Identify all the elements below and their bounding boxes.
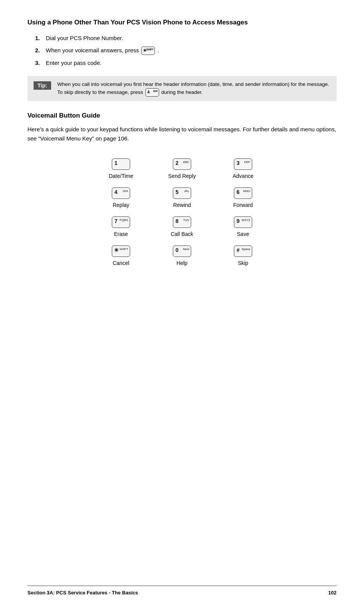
steps-list: 1. Dial your PCS Phone Number. 2. When y… bbox=[35, 34, 337, 68]
key-cell-0: 0 Next Help bbox=[151, 242, 213, 271]
tip-box: Tip: When you call into voicemail you fi… bbox=[27, 76, 337, 101]
step2-key-icon: ✳ SHIFT bbox=[141, 47, 155, 55]
key-cell-hash: # Space Skip bbox=[213, 242, 274, 271]
tip-label: Tip: bbox=[34, 81, 51, 90]
key-5-btn: 5 JKL bbox=[173, 187, 191, 199]
guide-intro: Here’s a quick guide to your keypad func… bbox=[27, 125, 337, 143]
key-3-btn: 3 DEF bbox=[234, 158, 252, 170]
step-1-text: Dial your PCS Phone Number. bbox=[46, 34, 123, 43]
key-star-btn: ✳ SHIFT bbox=[112, 245, 130, 257]
key-0-label: Help bbox=[177, 260, 188, 266]
key-cell-3: 3 DEF Advance bbox=[213, 155, 274, 184]
step-1: 1. Dial your PCS Phone Number. bbox=[35, 34, 337, 43]
section-title: Using a Phone Other Than Your PCS Vision… bbox=[27, 18, 337, 27]
key-3-label: Advance bbox=[233, 173, 253, 179]
key-2-label: Send Reply bbox=[168, 173, 196, 179]
key-7-label: Erase bbox=[114, 231, 128, 237]
tip-key-icon: 4 GHI bbox=[145, 88, 159, 97]
key-cell-5: 5 JKL Rewind bbox=[151, 184, 213, 213]
key-6-btn: 6 MNO bbox=[234, 187, 252, 199]
key-4-label: Replay bbox=[113, 202, 129, 208]
key-cell-9: 9 WXYZ Save bbox=[213, 213, 274, 242]
key-9-label: Save bbox=[237, 231, 249, 237]
key-cell-1: 1 Date/Time bbox=[90, 155, 151, 184]
step-1-num: 1. bbox=[35, 34, 46, 43]
key-cell-2: 2 ABC Send Reply bbox=[151, 155, 213, 184]
tip-text: When you call into voicemail you first h… bbox=[57, 81, 330, 97]
key-2-btn: 2 ABC bbox=[173, 158, 191, 170]
key-star-label: Cancel bbox=[113, 260, 129, 266]
key-4-btn: 4 GHI bbox=[112, 187, 130, 199]
key-7-btn: 7 PQRS bbox=[112, 216, 130, 228]
footer-page-number: 102 bbox=[328, 590, 337, 596]
key-8-label: Call Back bbox=[171, 231, 193, 237]
key-cell-4: 4 GHI Replay bbox=[90, 184, 151, 213]
key-8-btn: 8 TUV bbox=[173, 216, 191, 228]
key-cell-star: ✳ SHIFT Cancel bbox=[90, 242, 151, 271]
keypad-grid: 1 Date/Time 2 ABC Send Reply 3 DEF Advan… bbox=[90, 155, 274, 271]
key-cell-7: 7 PQRS Erase bbox=[90, 213, 151, 242]
key-6-label: Forward bbox=[233, 202, 253, 208]
step-3-text: Enter your pass code. bbox=[46, 59, 101, 68]
key-1-label: Date/Time bbox=[109, 173, 133, 179]
key-9-btn: 9 WXYZ bbox=[234, 216, 252, 228]
step-2: 2. When your voicemail answers, press ✳ … bbox=[35, 46, 337, 55]
key-1-btn: 1 bbox=[112, 158, 130, 170]
key-cell-6: 6 MNO Forward bbox=[213, 184, 274, 213]
step-3-num: 3. bbox=[35, 59, 46, 68]
page-footer: Section 3A: PCS Service Features - The B… bbox=[27, 586, 337, 596]
step-2-text: When your voicemail answers, press ✳ SHI… bbox=[46, 46, 159, 55]
key-hash-btn: # Space bbox=[234, 245, 252, 257]
subsection-title: Voicemail Button Guide bbox=[27, 112, 337, 119]
key-hash-label: Skip bbox=[238, 260, 248, 266]
key-cell-8: 8 TUV Call Back bbox=[151, 213, 213, 242]
page-content: Using a Phone Other Than Your PCS Vision… bbox=[0, 0, 364, 302]
step-3: 3. Enter your pass code. bbox=[35, 59, 337, 68]
key-0-btn: 0 Next bbox=[173, 245, 191, 257]
step-2-num: 2. bbox=[35, 46, 46, 55]
footer-section-label: Section 3A: PCS Service Features - The B… bbox=[27, 590, 138, 596]
key-5-label: Rewind bbox=[173, 202, 191, 208]
